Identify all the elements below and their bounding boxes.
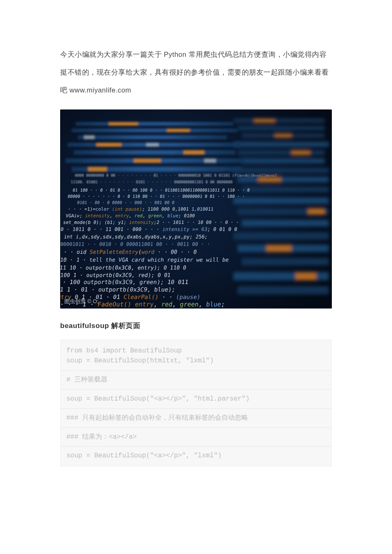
code-line: ### 只有起始标签的会自动补全，只有结束标签的会自动忽略 [66,413,326,423]
code-line: # 三种装载器 [66,375,326,385]
code-line: ### 结果为：<a></a> [66,432,326,442]
section-heading: beautifulsoup 解析页面 [60,321,332,330]
code-line: from bs4 import BeautifulSoup [66,346,326,356]
hero-image: 0000 00000000 0 00 · · · · · · · · 01 · … [60,109,332,309]
code-line: soup = BeautifulSoup("<a></p>", "lxml") [66,451,326,461]
intro-paragraph: 今天小编就为大家分享一篇关于 Python 常用爬虫代码总结方便查询，小编觉得内… [60,46,332,99]
code-line: soup = BeautifulSoup("<a></p>", "html.pa… [66,394,326,404]
code-block: from bs4 import BeautifulSoup soup = Bea… [60,340,332,467]
code-line: soup = BeautifulSoup(htmltxt, "lxml") [66,356,326,366]
hero-svg: 0000 00000000 0 00 · · · · · · · · 01 · … [60,109,332,309]
svg-rect-64 [60,109,332,309]
image-watermark: 图虫创意 © O; [64,298,99,305]
